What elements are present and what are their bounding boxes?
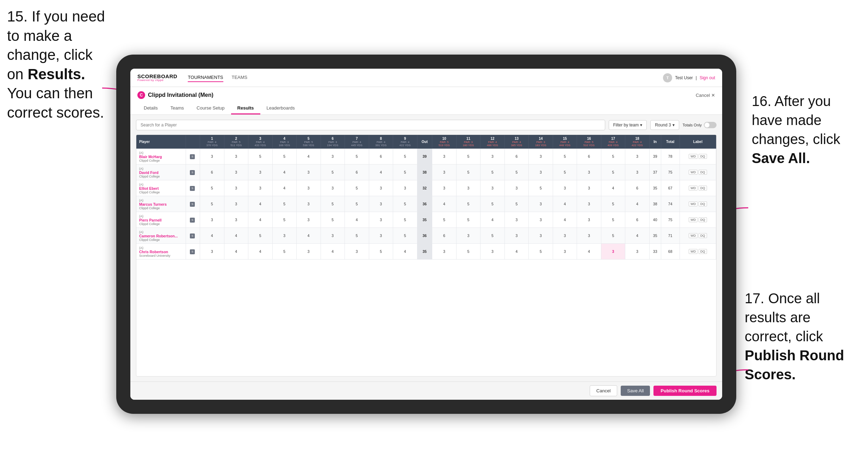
- dq-button-3[interactable]: DQ: [699, 201, 707, 206]
- score-front-3-6[interactable]: 5: [345, 196, 369, 212]
- score-front-4-4[interactable]: 3: [297, 212, 321, 228]
- score-back-6-5[interactable]: 3: [553, 244, 577, 260]
- score-back-2-1[interactable]: 3: [456, 180, 480, 196]
- wd-button-5[interactable]: WD: [689, 233, 698, 238]
- wd-button-1[interactable]: WD: [689, 170, 698, 175]
- search-input[interactable]: [136, 120, 605, 130]
- score-back-3-8[interactable]: 4: [625, 196, 650, 212]
- score-back-5-1[interactable]: 3: [456, 228, 480, 244]
- score-front-0-1[interactable]: 3: [224, 149, 248, 164]
- score-front-6-4[interactable]: 3: [297, 244, 321, 260]
- score-front-3-1[interactable]: 3: [224, 196, 248, 212]
- score-back-1-4[interactable]: 3: [529, 164, 553, 180]
- score-back-3-2[interactable]: 5: [480, 196, 505, 212]
- wd-button-0[interactable]: WD: [689, 154, 698, 159]
- score-front-4-7[interactable]: 3: [369, 212, 393, 228]
- score-back-3-4[interactable]: 3: [529, 196, 553, 212]
- score-back-2-4[interactable]: 5: [529, 180, 553, 196]
- score-back-1-3[interactable]: 5: [504, 164, 529, 180]
- score-front-5-1[interactable]: 4: [224, 228, 248, 244]
- score-front-6-3[interactable]: 5: [272, 244, 297, 260]
- score-back-3-1[interactable]: 5: [456, 196, 480, 212]
- score-back-0-0[interactable]: 3: [432, 149, 457, 164]
- score-front-4-2[interactable]: 4: [248, 212, 273, 228]
- score-front-6-2[interactable]: 4: [248, 244, 273, 260]
- score-front-1-6[interactable]: 6: [345, 164, 369, 180]
- nav-tournaments[interactable]: TOURNAMENTS: [188, 73, 223, 82]
- score-back-6-8[interactable]: 3: [625, 244, 650, 260]
- score-front-1-8[interactable]: 5: [393, 164, 417, 180]
- score-front-2-3[interactable]: 4: [272, 180, 297, 196]
- nav-teams[interactable]: TEAMS: [232, 73, 248, 82]
- dq-button-4[interactable]: DQ: [699, 217, 707, 222]
- score-front-1-1[interactable]: 3: [224, 164, 248, 180]
- wd-button-4[interactable]: WD: [689, 217, 698, 222]
- score-back-4-5[interactable]: 4: [553, 212, 577, 228]
- score-front-4-5[interactable]: 5: [321, 212, 345, 228]
- score-front-6-7[interactable]: 5: [369, 244, 393, 260]
- score-back-5-4[interactable]: 3: [529, 228, 553, 244]
- score-front-3-3[interactable]: 5: [272, 196, 297, 212]
- score-back-6-7[interactable]: 3: [601, 244, 625, 260]
- score-front-2-0[interactable]: 5: [200, 180, 224, 196]
- score-front-5-8[interactable]: 5: [393, 228, 417, 244]
- score-back-3-0[interactable]: 4: [432, 196, 457, 212]
- dq-button-1[interactable]: DQ: [699, 170, 707, 175]
- score-front-3-4[interactable]: 3: [297, 196, 321, 212]
- score-back-4-0[interactable]: 5: [432, 212, 457, 228]
- score-front-1-2[interactable]: 3: [248, 164, 273, 180]
- score-front-1-4[interactable]: 3: [297, 164, 321, 180]
- score-front-4-6[interactable]: 4: [345, 212, 369, 228]
- score-front-5-3[interactable]: 3: [272, 228, 297, 244]
- score-back-5-0[interactable]: 6: [432, 228, 457, 244]
- score-back-5-2[interactable]: 5: [480, 228, 505, 244]
- publish-round-scores-button[interactable]: Publish Round Scores: [653, 386, 717, 396]
- score-front-3-2[interactable]: 4: [248, 196, 273, 212]
- score-front-0-4[interactable]: 4: [297, 149, 321, 164]
- score-back-3-7[interactable]: 5: [601, 196, 625, 212]
- tab-leaderboards[interactable]: Leaderboards: [260, 102, 301, 114]
- score-back-4-6[interactable]: 3: [577, 212, 601, 228]
- totals-only-toggle[interactable]: [704, 122, 717, 128]
- score-front-3-8[interactable]: 5: [393, 196, 417, 212]
- score-front-1-5[interactable]: 5: [321, 164, 345, 180]
- score-back-6-2[interactable]: 3: [480, 244, 505, 260]
- score-front-2-8[interactable]: 3: [393, 180, 417, 196]
- score-front-0-0[interactable]: 3: [200, 149, 224, 164]
- score-back-6-1[interactable]: 5: [456, 244, 480, 260]
- score-front-0-2[interactable]: 5: [248, 149, 273, 164]
- score-front-1-3[interactable]: 4: [272, 164, 297, 180]
- score-front-2-7[interactable]: 3: [369, 180, 393, 196]
- dq-button-6[interactable]: DQ: [699, 249, 707, 254]
- score-front-5-0[interactable]: 4: [200, 228, 224, 244]
- score-back-4-2[interactable]: 4: [480, 212, 505, 228]
- score-front-5-6[interactable]: 5: [345, 228, 369, 244]
- tab-teams[interactable]: Teams: [164, 102, 190, 114]
- score-front-6-0[interactable]: 3: [200, 244, 224, 260]
- score-front-0-7[interactable]: 6: [369, 149, 393, 164]
- score-front-5-7[interactable]: 3: [369, 228, 393, 244]
- score-back-1-5[interactable]: 5: [553, 164, 577, 180]
- score-front-0-5[interactable]: 3: [321, 149, 345, 164]
- score-back-4-3[interactable]: 3: [504, 212, 529, 228]
- score-back-0-2[interactable]: 3: [480, 149, 505, 164]
- score-front-0-8[interactable]: 5: [393, 149, 417, 164]
- score-back-0-5[interactable]: 5: [553, 149, 577, 164]
- score-front-4-1[interactable]: 3: [224, 212, 248, 228]
- score-front-0-6[interactable]: 5: [345, 149, 369, 164]
- dq-button-0[interactable]: DQ: [699, 154, 707, 159]
- score-back-0-7[interactable]: 5: [601, 149, 625, 164]
- score-back-3-5[interactable]: 4: [553, 196, 577, 212]
- score-back-0-8[interactable]: 3: [625, 149, 650, 164]
- score-back-5-8[interactable]: 4: [625, 228, 650, 244]
- score-back-2-7[interactable]: 4: [601, 180, 625, 196]
- score-front-2-2[interactable]: 3: [248, 180, 273, 196]
- score-front-3-0[interactable]: 5: [200, 196, 224, 212]
- score-back-2-3[interactable]: 3: [504, 180, 529, 196]
- cancel-button[interactable]: Cancel: [590, 385, 617, 396]
- score-front-3-5[interactable]: 5: [321, 196, 345, 212]
- score-back-4-8[interactable]: 6: [625, 212, 650, 228]
- score-front-2-4[interactable]: 3: [297, 180, 321, 196]
- score-back-6-6[interactable]: 4: [577, 244, 601, 260]
- score-back-5-7[interactable]: 5: [601, 228, 625, 244]
